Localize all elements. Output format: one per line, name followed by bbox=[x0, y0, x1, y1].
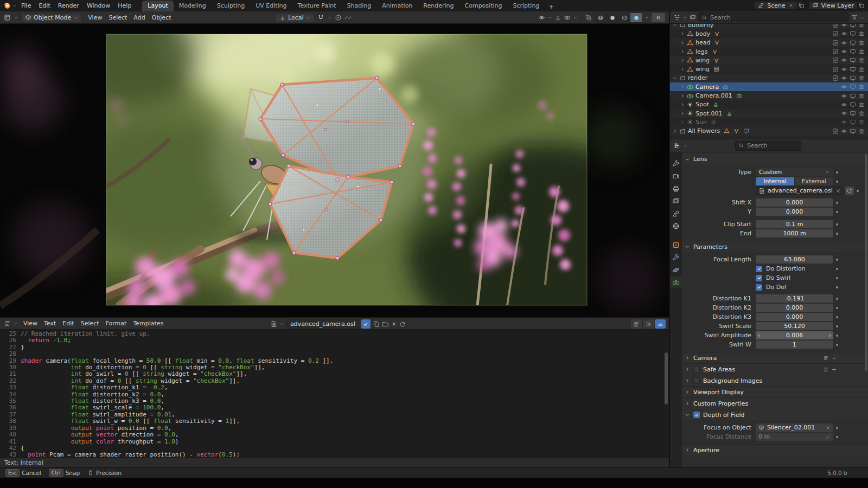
menu-edit[interactable]: Edit bbox=[35, 1, 54, 10]
eye-toggle-icon[interactable] bbox=[841, 93, 847, 99]
camera-toggle-icon[interactable] bbox=[858, 48, 865, 55]
outliner-row-head[interactable]: head bbox=[670, 38, 868, 47]
shading-material-button[interactable] bbox=[618, 13, 630, 22]
shading-wireframe-button[interactable] bbox=[595, 13, 606, 22]
outliner-row-sun[interactable]: Sun bbox=[670, 118, 868, 126]
text-name-field[interactable]: advanced_camera.osl bbox=[286, 319, 359, 329]
focus-object-field[interactable]: Silencer_02.001 bbox=[756, 423, 833, 432]
register-checkbox[interactable] bbox=[361, 319, 371, 329]
text-menu-edit[interactable]: Edit bbox=[59, 319, 77, 328]
menu-render[interactable]: Render bbox=[54, 1, 83, 10]
pause-render-button[interactable] bbox=[652, 13, 665, 22]
animate-dot[interactable] bbox=[833, 286, 841, 288]
overlays-dropdown[interactable] bbox=[564, 14, 571, 21]
text-menu-templates[interactable]: Templates bbox=[130, 319, 167, 328]
eye-toggle-icon[interactable] bbox=[841, 101, 847, 108]
monitor-toggle-icon[interactable] bbox=[850, 66, 856, 73]
panel-header-background-images[interactable]: Background Images bbox=[682, 375, 868, 386]
viewport-menu-view[interactable]: View bbox=[85, 13, 105, 22]
monitor-toggle-icon[interactable] bbox=[850, 40, 856, 46]
checkbox-toggle-icon[interactable] bbox=[832, 40, 839, 46]
menu-file[interactable]: File bbox=[17, 1, 35, 10]
panel-checkbox[interactable] bbox=[693, 366, 700, 373]
scene-selector[interactable]: Scene bbox=[754, 1, 797, 10]
outliner-row-camera[interactable]: Camera bbox=[670, 82, 868, 91]
animate-dot[interactable] bbox=[833, 344, 841, 346]
workspace-tab-compositing[interactable]: Compositing bbox=[459, 1, 508, 11]
camera-toggle-icon[interactable] bbox=[858, 66, 865, 73]
chevron-right-icon[interactable] bbox=[672, 129, 678, 134]
code-line[interactable]: // Reached iteration limit, give up. bbox=[21, 331, 669, 337]
monitor-toggle-icon[interactable] bbox=[850, 119, 856, 125]
text-menu-format[interactable]: Format bbox=[103, 319, 130, 328]
animate-dot[interactable] bbox=[833, 171, 841, 174]
monitor-toggle-icon[interactable] bbox=[850, 48, 856, 55]
panel-header-parameters[interactable]: Parameters bbox=[682, 241, 868, 252]
close-icon[interactable] bbox=[391, 321, 397, 327]
folder-icon[interactable] bbox=[382, 320, 389, 328]
panel-checkbox[interactable] bbox=[693, 377, 700, 384]
eye-toggle-icon[interactable] bbox=[841, 128, 847, 134]
proportional-editing-toggle[interactable] bbox=[335, 14, 342, 21]
osl-file-field[interactable]: advanced_camera.osl bbox=[756, 187, 844, 195]
chevron-right-icon[interactable] bbox=[680, 93, 685, 99]
close-icon[interactable] bbox=[788, 3, 794, 8]
workspace-tab-layout[interactable]: Layout bbox=[142, 1, 173, 11]
distortion-k1-field[interactable]: -0.191 bbox=[756, 294, 833, 303]
animate-dot[interactable] bbox=[833, 316, 841, 318]
outliner-row-wing[interactable]: wing bbox=[670, 56, 868, 65]
animate-dot[interactable] bbox=[833, 325, 841, 328]
properties-tab-modifier[interactable] bbox=[670, 252, 682, 263]
animate-dot[interactable] bbox=[833, 233, 841, 235]
workspace-tab-scripting[interactable]: Scripting bbox=[507, 1, 545, 11]
properties-tab-tool[interactable] bbox=[670, 158, 682, 169]
outliner-row-butterfly[interactable]: butterfly bbox=[670, 24, 868, 29]
code-line[interactable]: point Pcam = camera_shader_raster_positi… bbox=[21, 452, 669, 458]
mode-dropdown[interactable]: Object Mode bbox=[21, 13, 82, 22]
animate-dot[interactable] bbox=[833, 277, 841, 279]
scenes-icon[interactable] bbox=[690, 14, 696, 21]
shading-solid-button[interactable] bbox=[607, 13, 618, 22]
dof-checkbox[interactable] bbox=[693, 412, 700, 418]
close-icon[interactable] bbox=[835, 188, 841, 194]
chevron-right-icon[interactable] bbox=[680, 57, 685, 63]
monitor-toggle-icon[interactable] bbox=[850, 128, 856, 134]
workspace-tab-sculpting[interactable]: Sculpting bbox=[212, 1, 250, 11]
properties-tab-world[interactable] bbox=[670, 220, 682, 232]
menu-window[interactable]: Window bbox=[83, 1, 114, 10]
outliner-search-input[interactable]: Search bbox=[698, 12, 849, 22]
code-line[interactable]: float swirl_scale = 100.0, bbox=[21, 404, 669, 411]
eye-toggle-icon[interactable] bbox=[841, 48, 847, 55]
monitor-toggle-icon[interactable] bbox=[850, 24, 856, 28]
workspace-tab-shading[interactable]: Shading bbox=[342, 1, 377, 11]
text-menu-text[interactable]: Text bbox=[41, 319, 59, 328]
properties-tab-render[interactable] bbox=[670, 170, 682, 182]
orientation-dropdown[interactable]: Local bbox=[276, 13, 315, 22]
workspace-tab-modeling[interactable]: Modeling bbox=[174, 1, 212, 11]
do-distortion-checkbox[interactable] bbox=[756, 266, 762, 272]
viewport-menu-object[interactable]: Object bbox=[149, 13, 175, 22]
outliner-row-body[interactable]: body bbox=[670, 29, 868, 38]
do-dof-checkbox[interactable] bbox=[756, 284, 762, 291]
do-swirl-checkbox[interactable] bbox=[756, 275, 762, 281]
swirl-w-field[interactable]: 1 bbox=[756, 341, 833, 349]
monitor-toggle-icon[interactable] bbox=[850, 101, 856, 108]
viewport-menu-select[interactable]: Select bbox=[105, 13, 130, 22]
eye-toggle-icon[interactable] bbox=[841, 30, 847, 37]
filter-icon[interactable] bbox=[851, 14, 858, 21]
panel-extras[interactable] bbox=[823, 367, 837, 373]
code-line[interactable]: output color throughput = 1.0) bbox=[21, 439, 669, 445]
checkbox-toggle-icon[interactable] bbox=[832, 30, 839, 37]
eyedropper-icon[interactable] bbox=[825, 434, 831, 440]
text-datablock-icon[interactable] bbox=[270, 320, 277, 328]
shift-x-field[interactable]: 0.000 bbox=[756, 198, 833, 207]
eye-toggle-icon[interactable] bbox=[841, 40, 847, 46]
outliner-row-spot-001[interactable]: Spot.001 bbox=[670, 109, 868, 118]
panel-header-viewport-display[interactable]: Viewport Display bbox=[682, 386, 868, 397]
eye-toggle-icon[interactable] bbox=[841, 24, 847, 28]
workspace-tab-animation[interactable]: Animation bbox=[376, 1, 418, 11]
animate-dot[interactable] bbox=[833, 335, 841, 337]
animate-dot[interactable] bbox=[833, 298, 841, 300]
camera-toggle-icon[interactable] bbox=[858, 119, 865, 125]
eye-toggle-icon[interactable] bbox=[841, 84, 847, 90]
